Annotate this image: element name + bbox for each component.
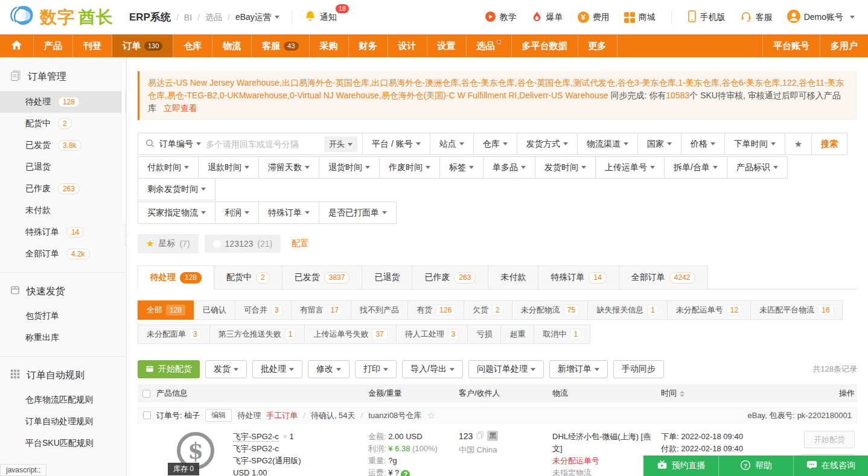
tab[interactable]: 已发货 3837 <box>282 265 363 290</box>
quick-filter-chip[interactable]: 缺失报关信息 1 <box>587 300 668 320</box>
view-now-link[interactable]: 立即查看 <box>164 103 197 113</box>
sidebar-item[interactable]: 仓库物流匹配规则 <box>0 389 126 411</box>
tab[interactable]: 已作废 263 <box>412 265 488 290</box>
quick-filter-chip[interactable]: 有货 126 <box>407 300 464 320</box>
sidebar-item[interactable]: 全部订单 4.2k <box>0 243 126 265</box>
quick-filter-chip[interactable]: 找不到产品 <box>351 300 408 320</box>
online-chat-button[interactable]: 在线咨询 <box>793 455 868 476</box>
toolbar-button[interactable]: 手动同步 <box>613 360 664 378</box>
filter-dropdown[interactable]: 仓库 <box>473 133 517 155</box>
match-mode-selector[interactable]: 开头 <box>324 136 357 152</box>
column-time[interactable]: 时间 <box>661 388 779 399</box>
nav-item[interactable]: 客服 43 <box>252 34 309 57</box>
filter-dropdown[interactable]: 作废时间 <box>379 156 440 179</box>
fees-link[interactable]: 费用 <box>578 11 610 23</box>
filter-dropdown[interactable]: 国家 <box>637 133 681 155</box>
search-button[interactable]: 搜索 <box>811 133 847 155</box>
order-number-input[interactable] <box>206 139 319 149</box>
mall-link[interactable]: 商城 <box>624 12 656 23</box>
star-tag-chip[interactable]: 星标 (7) <box>138 234 199 253</box>
configure-tags-link[interactable]: 配置 <box>292 238 308 249</box>
filter-dropdown[interactable]: 剩余发货时间 <box>138 178 215 200</box>
sidebar-scrollbar[interactable] <box>121 62 126 225</box>
search-field-selector[interactable]: 订单编号 <box>159 139 201 150</box>
quick-filter-chip[interactable]: 未分配面单 3 <box>138 325 210 344</box>
nav-item[interactable]: 平台账号 <box>762 34 820 57</box>
nav-item[interactable]: 产品 <box>34 34 73 57</box>
sidebar-item[interactable]: 特殊订单 14 <box>0 221 126 243</box>
nav-item[interactable]: 选品 <box>467 34 512 57</box>
filter-dropdown[interactable]: 单多品 <box>483 156 535 179</box>
custom-tag-chip[interactable]: 123123 (21) <box>205 235 281 253</box>
quick-filter-chip[interactable]: 有留言 17 <box>291 300 351 320</box>
nav-item[interactable]: 采购 <box>310 34 349 57</box>
filter-dropdown[interactable]: 价格 <box>681 133 725 155</box>
star-filter-button[interactable] <box>785 133 812 155</box>
nav-item[interactable]: 订单 130 <box>112 34 173 57</box>
quick-filter-chip[interactable]: 未分配运单号 12 <box>667 300 751 320</box>
toolbar-button[interactable]: 修改 <box>308 360 349 378</box>
filter-dropdown[interactable]: 退货时间 <box>319 156 380 179</box>
filter-dropdown[interactable]: 特殊订单 <box>258 202 319 224</box>
filter-dropdown[interactable]: 是否已打面单 <box>319 202 397 224</box>
order-checkbox[interactable] <box>143 411 151 419</box>
tutorial-link[interactable]: 教学 <box>485 11 517 24</box>
sidebar-item[interactable]: 已退货 <box>0 156 126 178</box>
filter-dropdown[interactable]: 滞留天数 <box>258 156 319 179</box>
breadcrumb-item-ebay[interactable]: eBay运营 <box>235 12 279 23</box>
star-outline-icon[interactable] <box>427 410 435 421</box>
tab[interactable]: 待处理 128 <box>138 265 214 290</box>
select-all-checkbox[interactable] <box>142 390 150 398</box>
sidebar-item[interactable]: 未付款 <box>0 200 126 221</box>
brand-logo[interactable]: 数字 酋长 <box>8 4 113 31</box>
filter-dropdown[interactable]: 发货方式 <box>517 133 578 155</box>
home-button[interactable] <box>0 34 34 57</box>
filter-dropdown[interactable]: 买家指定物流 <box>138 202 215 224</box>
sidebar-item[interactable]: 平台SKU匹配规则 <box>0 433 126 454</box>
quick-filter-chip[interactable]: 亏损 <box>467 325 501 344</box>
tab[interactable]: 特殊订单 14 <box>538 265 619 290</box>
row-start-picking-button[interactable]: 开始配货 <box>804 431 855 448</box>
filter-dropdown[interactable]: 上传运单号 <box>595 156 665 179</box>
tab[interactable]: 已退货 <box>362 265 412 290</box>
copy-icon[interactable] <box>476 431 483 441</box>
nav-item[interactable]: 财务 <box>349 34 388 57</box>
account-menu[interactable]: Demo账号 <box>787 10 855 25</box>
toolbar-button[interactable]: 问题订单处理 <box>468 360 544 378</box>
tab[interactable]: 未付款 <box>488 265 538 290</box>
toolbar-button[interactable]: 发货 <box>205 360 247 378</box>
filter-dropdown[interactable]: 下单时间 <box>724 133 785 155</box>
edit-order-button[interactable]: 编辑 <box>205 409 232 422</box>
customer-service-link[interactable]: 客服 <box>740 10 773 24</box>
filter-dropdown[interactable]: 产品标识 <box>727 156 788 179</box>
book-livestream-button[interactable]: 预约直播 <box>643 455 718 476</box>
sidebar-item[interactable]: 已发货 3.8k <box>0 135 126 156</box>
quick-filter-chip[interactable]: 未分配物流 75 <box>512 300 588 320</box>
quick-filter-chip[interactable]: 取消中 1 <box>534 325 590 344</box>
mobile-version-link[interactable]: 手机版 <box>688 10 726 24</box>
notification-bell[interactable]: 通知 18 <box>304 10 337 24</box>
quick-filter-chip[interactable]: 超重 <box>500 325 534 344</box>
quick-filter-chip[interactable]: 已确认 <box>194 300 235 320</box>
help-question-icon[interactable] <box>401 470 410 476</box>
nav-item[interactable]: 设置 <box>427 34 467 57</box>
nav-item[interactable]: 设计 <box>388 34 427 57</box>
filter-dropdown[interactable]: 标签 <box>439 156 483 179</box>
hot-orders-link[interactable]: 爆单 <box>531 11 563 24</box>
help-button[interactable]: ? 帮助 <box>718 455 793 476</box>
filter-dropdown[interactable]: 物流渠道 <box>577 133 638 155</box>
nav-item[interactable]: 刊登 <box>73 34 112 57</box>
start-picking-button[interactable]: 开始配货 <box>138 360 200 378</box>
toolbar-button[interactable]: 批处理 <box>252 360 302 378</box>
filter-dropdown[interactable]: 站点 <box>430 133 474 155</box>
tab[interactable]: 配货中 2 <box>214 265 282 290</box>
product-image-placeholder[interactable]: 库存 0 <box>173 431 219 476</box>
sidebar-item[interactable]: 已作废 263 <box>0 178 126 200</box>
filter-dropdown[interactable]: 付款时间 <box>138 156 199 179</box>
filter-dropdown[interactable]: 利润 <box>215 202 259 224</box>
nav-item[interactable]: 仓库 <box>173 34 212 57</box>
product-title-link[interactable]: 飞宇-SPG2-c <box>233 432 279 442</box>
quick-filter-chip[interactable]: 欠货 2 <box>464 300 512 320</box>
sidebar-item[interactable]: 包货打单 <box>0 305 126 327</box>
toolbar-button[interactable]: 打印 <box>355 360 397 378</box>
